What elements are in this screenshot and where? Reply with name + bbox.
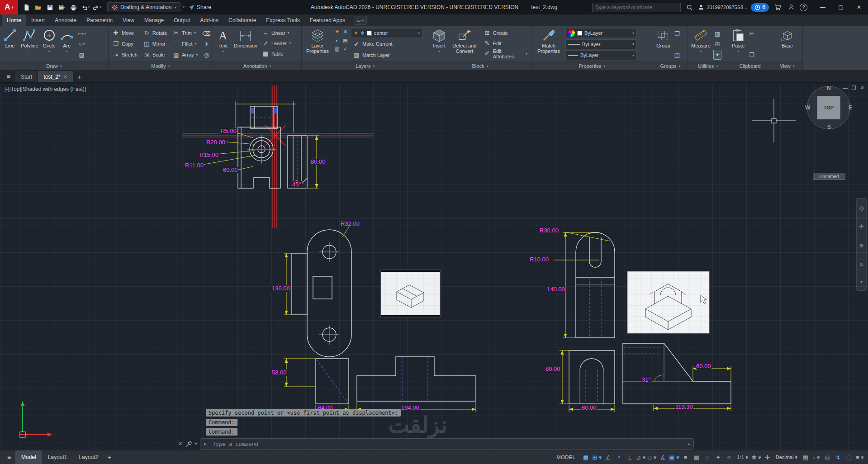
status-graphics-performance[interactable]: ↯ [833,452,844,463]
new-tab-button[interactable]: + [73,71,85,82]
object-color-dropdown[interactable]: ByLayer ▾ [565,28,637,38]
polyline-button[interactable]: Polyline [19,28,40,61]
application-menu-button[interactable]: A▾ [0,0,18,14]
status-lock-ui[interactable]: ▫ ▾ [811,452,822,463]
zoom-icon[interactable]: ⊕ [859,242,863,249]
panel-title-properties[interactable]: Properties▾ [531,62,653,70]
panel-title-view[interactable]: View▾ [772,62,802,70]
viewcube-east[interactable]: E [849,104,852,111]
new-drawing-button[interactable] [21,2,32,13]
ribbon-tab-home[interactable]: Home [2,14,26,26]
panel-title-clipboard[interactable]: Clipboard [728,62,772,70]
panel-title-groups[interactable]: Groups▾ [653,62,688,70]
plot-button[interactable] [68,2,79,13]
layout-tab-model[interactable]: Model [15,450,42,464]
maximize-button[interactable]: ▢ [832,0,850,14]
rotate-button[interactable]: ↻Rotate [141,28,169,38]
viewcube-top-face[interactable]: TOP [817,96,840,119]
status-isolate-objects[interactable]: ◎ [822,452,833,463]
status-object-snap[interactable]: ▣ ▾ [668,452,680,463]
ungroup-button[interactable]: ❐ [673,28,681,38]
command-input-box[interactable]: ▸_ ▴ [200,438,694,450]
group-edit-button[interactable]: ◫ [673,50,681,60]
ucs-name-chip[interactable]: Unnamed [813,173,845,180]
layer-dropdown[interactable]: ☀ ❄ center ▾ [351,28,422,38]
match-layer-button[interactable]: ▥Match Layer [351,50,422,60]
layout-tab-layout2[interactable]: Layout2 [73,450,104,464]
status-dynamic-input[interactable]: ⌖ [613,452,624,463]
make-current-button[interactable]: ✔Make Current [351,39,422,49]
linetype-dropdown[interactable]: ByLayer ▾ [565,39,637,49]
layer-freeze-icon[interactable]: ❄ [342,29,349,36]
drawing-area[interactable]: R5.00R20.00R15.00R11.0060.0080.0045°R32.… [0,83,868,450]
measure-button[interactable]: Measure▾ [690,28,712,61]
explode-button[interactable]: ✳ [201,39,212,49]
chevron-down-icon[interactable]: ▾ [195,442,197,446]
help-search[interactable] [592,3,681,12]
copy-button[interactable]: ❐Copy [110,38,139,49]
status-annotation-visibility[interactable]: ✦ [713,452,724,463]
viewport-controls[interactable]: [-][Top][Shaded with edges (Fast)] [5,86,86,92]
model-space-indicator[interactable]: MODEL [552,455,580,460]
status-units[interactable]: Decimal ▾ [773,452,800,463]
ribbon-tab-manage[interactable]: Manage [139,14,169,26]
trim-button[interactable]: ✂Trim▾ [171,28,199,38]
base-view-button[interactable]: Base [779,28,796,61]
mirror-button[interactable]: ◫Mirror [141,38,169,49]
file-tab-menu-button[interactable]: ≡ [2,70,15,82]
orbit-icon[interactable]: ↻ [859,261,863,268]
linear-dimension-button[interactable]: ↔Linear▾ [260,28,293,38]
chevron-down-icon[interactable]: ▾ [860,280,862,284]
viewport-close-icon[interactable]: ✕ [860,85,864,91]
store-button[interactable] [773,2,783,12]
layer-unlock-icon[interactable]: ▥ [334,46,341,53]
status-object-snap-tracking[interactable]: ∡ [657,452,668,463]
text-button[interactable]: AText▾ [215,28,231,61]
lineweight-dropdown[interactable]: ByLayer ▾ [565,50,637,60]
file-tab-test_2[interactable]: test_2*✕ [38,71,73,82]
viewcube-west[interactable]: W [805,104,810,111]
id-point-button[interactable]: ⌖ [713,50,721,60]
table-button[interactable]: ▦Table [260,48,293,59]
layer-properties-button[interactable]: Layer Properties [304,28,332,61]
create-block-button[interactable]: ⊞Create [482,28,529,38]
viewport-restore-icon[interactable]: ❐ [852,85,856,91]
status-grid-display[interactable]: ▦ [580,452,591,463]
search-input[interactable] [595,5,678,10]
edit-attributes-button[interactable]: ✐Edit Attributes▾ [482,48,529,59]
wrench-icon[interactable] [185,441,192,447]
save-as-button[interactable] [57,2,67,13]
status-annotation-scale[interactable]: 1:1 ▾ [735,452,751,463]
stretch-button[interactable]: ⇥Stretch [110,50,139,60]
ellipse-button[interactable]: ○▾ [76,39,87,49]
quick-select-button[interactable]: ▥ [713,28,721,38]
chevron-up-icon[interactable]: ▴ [688,442,690,446]
status-customization[interactable]: ≡ ▾ [854,452,865,463]
viewcube-south[interactable]: S [827,124,831,130]
trial-counter-button[interactable]: 6 [751,3,769,12]
copy-clip-button[interactable]: ❐ [748,50,756,60]
status-isometric-drafting[interactable]: ◇ ▾ [646,452,657,463]
array-button[interactable]: ▦Array▾ [171,50,199,60]
search-icon[interactable] [684,2,694,12]
hatch-button[interactable]: ▨ [76,50,87,60]
status-annotation-monitor[interactable]: ✚ [762,452,773,463]
file-tab-Start[interactable]: Start [15,71,38,82]
status-infer-constraints[interactable]: ∠ [602,452,613,463]
ribbon-tab-express-tools[interactable]: Express Tools [261,14,304,26]
status-snap-mode[interactable]: ⊞ ▾ [591,452,602,463]
account-button[interactable]: 20199720975S8... [698,4,747,10]
save-button[interactable] [45,2,55,13]
ribbon-tab-insert[interactable]: Insert [26,14,50,26]
insert-block-button[interactable]: Insert▾ [431,28,447,61]
leader-button[interactable]: ↗Leader▾ [260,38,293,48]
new-layout-button[interactable]: + [104,450,115,464]
layout-tab-layout1[interactable]: Layout1 [42,450,73,464]
ribbon-tab-add-ins[interactable]: Add-ins [195,14,223,26]
ribbon-display-toggle[interactable]: ▭▾ [354,16,367,25]
edit-block-button[interactable]: ✎Edit [482,38,529,48]
pan-icon[interactable]: ✛ [859,223,863,230]
quick-calc-button[interactable]: ⊞ [713,39,721,49]
ribbon-tab-parametric[interactable]: Parametric [81,14,118,26]
ribbon-tab-collaborate[interactable]: Collaborate [223,14,261,26]
